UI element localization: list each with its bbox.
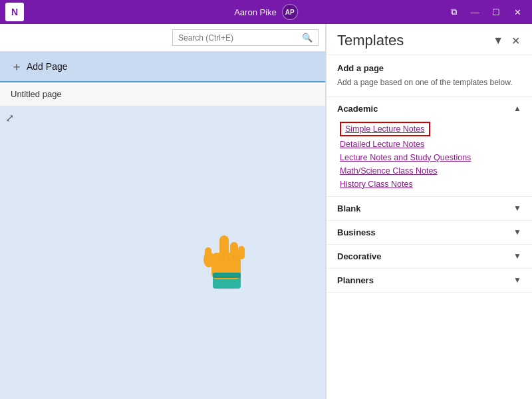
category-academic-label: Academic [337, 104, 378, 114]
restore-button[interactable]: ⧉ [444, 4, 463, 20]
category-blank-header[interactable]: Blank ▼ [327, 197, 532, 220]
template-math-science[interactable]: Math/Science Class Notes [340, 164, 521, 178]
minimize-button[interactable]: — [466, 4, 484, 20]
category-planners: Planners ▼ [327, 269, 532, 293]
chevron-blank-icon: ▼ [513, 203, 521, 213]
search-bar: 🔍 [0, 24, 325, 52]
category-decorative-header[interactable]: Decorative ▼ [327, 245, 532, 268]
category-business-header[interactable]: Business ▼ [327, 221, 532, 244]
template-lecture-study[interactable]: Lecture Notes and Study Questions [340, 151, 521, 164]
title-bar-left: N [5, 3, 24, 21]
templates-dropdown-btn[interactable]: ▼ [491, 33, 505, 48]
untitled-page-label: Untitled page [11, 89, 62, 99]
template-history[interactable]: History Class Notes [340, 178, 521, 191]
category-business-label: Business [337, 227, 376, 237]
add-page-desc: Add a page based on one of the templates… [337, 77, 521, 88]
add-page-label: Add Page [27, 61, 68, 72]
category-decorative: Decorative ▼ [327, 245, 532, 269]
left-panel: 🔍 ＋ Add Page Untitled page ⤢ [0, 24, 326, 399]
templates-close-btn[interactable]: ✕ [510, 33, 521, 49]
app-body: 🔍 ＋ Add Page Untitled page ⤢ [0, 24, 532, 399]
username-label: Aaron Pike [234, 7, 277, 17]
svg-rect-3 [230, 242, 238, 259]
svg-rect-9 [213, 273, 241, 278]
close-button[interactable]: ✕ [508, 4, 527, 20]
category-academic-header[interactable]: Academic ▲ [327, 97, 532, 120]
add-page-heading: Add a page [337, 63, 521, 73]
maximize-button[interactable]: ☐ [487, 4, 505, 20]
category-planners-label: Planners [337, 275, 374, 285]
templates-header: Templates ▼ ✕ [327, 24, 532, 55]
user-avatar[interactable]: AP [282, 4, 298, 20]
add-page-bar[interactable]: ＋ Add Page [0, 52, 325, 82]
templates-panel: Templates ▼ ✕ Add a page Add a page base… [326, 24, 532, 399]
category-business: Business ▼ [327, 221, 532, 245]
plus-icon: ＋ [11, 59, 23, 74]
category-decorative-label: Decorative [337, 251, 381, 261]
chevron-decorative-icon: ▼ [513, 251, 521, 261]
templates-title: Templates [337, 32, 404, 49]
title-bar-controls: ⧉ — ☐ ✕ [444, 4, 527, 20]
chevron-academic-icon: ▲ [513, 104, 521, 113]
title-bar-center: Aaron Pike AP [234, 4, 298, 20]
svg-rect-4 [238, 246, 245, 259]
app-logo: N [5, 3, 24, 21]
untitled-page-item[interactable]: Untitled page [0, 82, 325, 106]
template-simple-lecture[interactable]: Simple Lecture Notes [340, 122, 430, 136]
category-blank-label: Blank [337, 203, 360, 213]
category-blank: Blank ▼ [327, 197, 532, 221]
expand-icon[interactable]: ⤢ [5, 112, 14, 124]
template-detailed-lecture[interactable]: Detailed Lecture Notes [340, 138, 521, 151]
category-academic-items: Simple Lecture Notes Detailed Lecture No… [327, 120, 532, 196]
search-input-wrap[interactable]: 🔍 [172, 29, 319, 46]
templates-controls: ▼ ✕ [491, 33, 521, 49]
search-icon[interactable]: 🔍 [302, 33, 313, 43]
chevron-business-icon: ▼ [513, 227, 521, 237]
svg-point-6 [203, 251, 214, 267]
chevron-planners-icon: ▼ [513, 275, 521, 285]
category-academic: Academic ▲ Simple Lecture Notes Detailed… [327, 97, 532, 197]
page-content-area: ⤢ [0, 106, 325, 399]
category-planners-header[interactable]: Planners ▼ [327, 269, 532, 292]
user-initials: AP [285, 9, 295, 16]
hand-cursor [200, 233, 253, 293]
title-bar: N Aaron Pike AP ⧉ — ☐ ✕ [0, 0, 532, 24]
search-input[interactable] [178, 33, 302, 43]
svg-rect-2 [219, 235, 229, 259]
add-page-section: Add a page Add a page based on one of th… [327, 55, 532, 97]
